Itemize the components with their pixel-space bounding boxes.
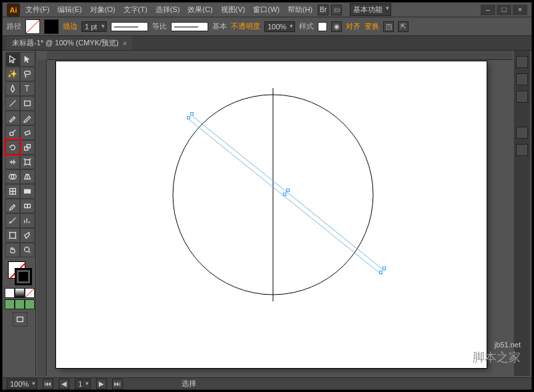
color-panel-icon[interactable] [516, 56, 528, 68]
artboard-nav[interactable]: 1 [75, 379, 91, 389]
recolor-icon[interactable]: ◉ [331, 21, 342, 32]
artboard-tool[interactable] [5, 228, 20, 243]
pen-tool[interactable] [5, 81, 20, 96]
hand-tool[interactable] [5, 243, 20, 257]
color-mode-solid[interactable] [5, 288, 15, 298]
arrange-icon[interactable]: ▭ [331, 5, 342, 15]
type-tool[interactable]: T [20, 81, 35, 96]
svg-line-17 [192, 116, 384, 271]
zoom-level[interactable]: 100% [7, 379, 37, 389]
control-bar: 路径 描边 1 pt 等比 基本 不透明度 100% 样式 ◉ 对齐 变换 ◳ … [3, 17, 531, 36]
edit-icon[interactable]: ⇱ [398, 21, 409, 32]
isolate-icon[interactable]: ◳ [383, 21, 394, 32]
anchor-point[interactable] [286, 189, 290, 192]
menu-file[interactable]: 文件(F) [23, 3, 52, 16]
pencil-tool[interactable] [20, 111, 35, 125]
draw-inside[interactable] [25, 299, 35, 309]
zoom-tool[interactable] [20, 243, 35, 257]
document-tab-title: 未标题-1* @ 100% (CMYK/预览) [12, 38, 119, 48]
menu-view[interactable]: 视图(V) [218, 3, 248, 16]
free-transform-tool[interactable] [20, 155, 35, 169]
scale-tool[interactable] [20, 140, 35, 155]
document-tab[interactable]: 未标题-1* @ 100% (CMYK/预览) × [7, 36, 132, 50]
direct-selection-tool[interactable] [20, 52, 35, 67]
anchor-point[interactable] [187, 116, 190, 119]
rotate-tool[interactable] [5, 140, 20, 155]
perspective-tool[interactable] [20, 169, 35, 184]
right-panel-dock [514, 51, 530, 376]
menu-effect[interactable]: 效果(C) [185, 3, 215, 16]
transform-label[interactable]: 变换 [364, 21, 379, 31]
nav-first-icon[interactable]: ⏮ [43, 379, 53, 389]
column-graph-tool[interactable] [20, 213, 35, 228]
blend-tool[interactable] [20, 199, 35, 213]
svg-rect-15 [17, 317, 23, 322]
menu-bar: Ai 文件(F) 编辑(E) 对象(O) 文字(T) 选择(S) 效果(C) 视… [3, 3, 531, 17]
screen-mode[interactable] [13, 312, 27, 327]
swatches-panel-icon[interactable] [516, 73, 528, 85]
artboard[interactable] [56, 61, 487, 368]
draw-normal[interactable] [5, 299, 15, 309]
svg-rect-6 [25, 160, 29, 165]
svg-rect-3 [25, 131, 30, 135]
stroke-weight[interactable]: 1 pt [81, 21, 107, 32]
nav-next-icon[interactable]: ▶ [96, 379, 107, 389]
window-close[interactable]: × [513, 5, 527, 15]
selection-tool[interactable] [5, 52, 20, 67]
window-minimize[interactable]: – [481, 5, 495, 15]
layers-panel-icon[interactable] [516, 144, 528, 156]
menu-window[interactable]: 窗口(W) [250, 3, 282, 16]
blob-brush-tool[interactable] [5, 125, 20, 140]
lasso-tool[interactable] [20, 67, 35, 81]
stroke-profile[interactable] [111, 22, 148, 31]
opacity-label[interactable]: 不透明度 [231, 21, 260, 31]
mesh-tool[interactable] [5, 184, 20, 199]
menu-help[interactable]: 帮助(H) [285, 3, 315, 16]
style-label: 样式 [299, 21, 314, 31]
color-mode-gradient[interactable] [15, 288, 25, 298]
nav-last-icon[interactable]: ⏭ [112, 379, 123, 389]
eyedropper-tool[interactable] [5, 199, 20, 213]
bridge-icon[interactable]: Br [318, 5, 328, 15]
style-swatch[interactable] [318, 22, 327, 31]
opacity-value[interactable]: 100% [264, 21, 295, 32]
shape-builder-tool[interactable] [5, 169, 20, 184]
paintbrush-tool[interactable] [5, 111, 20, 125]
appearance-panel-icon[interactable] [516, 127, 528, 139]
stroke-label[interactable]: 描边 [63, 21, 77, 31]
svg-point-14 [24, 247, 29, 252]
gradient-tool[interactable] [20, 184, 35, 199]
menu-type[interactable]: 文字(T) [121, 3, 150, 16]
brush-def[interactable] [171, 22, 208, 31]
anchor-point[interactable] [283, 193, 286, 196]
width-tool[interactable] [5, 155, 20, 169]
menu-edit[interactable]: 编辑(E) [55, 3, 85, 16]
color-mode-row [5, 288, 35, 298]
eraser-tool[interactable] [20, 125, 35, 140]
menu-object[interactable]: 对象(O) [87, 3, 118, 16]
menu-select[interactable]: 选择(S) [153, 3, 183, 16]
draw-behind[interactable] [15, 299, 25, 309]
symbol-sprayer-tool[interactable] [5, 213, 20, 228]
rectangle-tool[interactable] [20, 96, 35, 111]
svg-rect-5 [27, 145, 30, 148]
align-label[interactable]: 对齐 [346, 21, 360, 31]
color-mode-none[interactable] [25, 288, 35, 298]
stroke-color[interactable] [15, 268, 32, 285]
svg-rect-13 [9, 233, 15, 239]
nav-prev-icon[interactable]: ◀ [59, 379, 69, 389]
anchor-point[interactable] [379, 271, 382, 274]
stroke-panel-icon[interactable] [516, 91, 528, 103]
stroke-swatch[interactable] [44, 19, 59, 34]
fill-swatch[interactable] [25, 19, 40, 34]
fill-stroke-control[interactable] [7, 260, 33, 287]
anchor-point[interactable] [190, 112, 194, 115]
tools-panel: ✨ T [4, 51, 36, 376]
line-tool[interactable] [5, 96, 20, 111]
anchor-point[interactable] [382, 267, 386, 270]
magic-wand-tool[interactable]: ✨ [5, 67, 20, 81]
slice-tool[interactable] [20, 228, 35, 243]
tab-close-icon[interactable]: × [123, 39, 127, 47]
workspace-switcher[interactable]: 基本功能 [350, 3, 391, 16]
window-maximize[interactable]: □ [497, 5, 511, 15]
